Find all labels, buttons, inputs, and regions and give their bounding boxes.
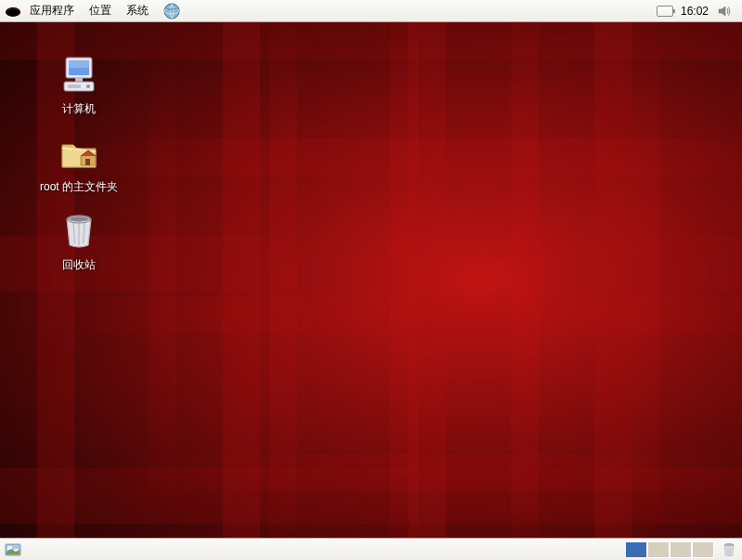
workspace-4[interactable] [692,541,714,558]
show-desktop-icon[interactable] [4,540,22,559]
desktop-icon-label: 回收站 [59,256,98,274]
top-panel: 应用程序 位置 系统 16:02 [0,0,742,22]
desktop-icon-home[interactable]: root 的主文件夹 [23,130,135,196]
applications-menu[interactable]: 应用程序 [22,1,82,20]
desktop-icon-computer[interactable]: 计算机 [23,52,135,118]
desktop-icon-label: root 的主文件夹 [37,178,121,196]
home-folder-icon [57,130,101,175]
battery-icon[interactable] [657,6,673,17]
clock[interactable]: 16:02 [681,5,709,18]
workspace-2[interactable] [647,541,670,558]
places-menu[interactable]: 位置 [82,1,119,20]
browser-launcher-icon[interactable] [162,1,182,21]
workspace-3[interactable] [670,541,692,558]
desktop-icon-trash[interactable]: 回收站 [23,208,135,274]
workspace-switcher [625,541,714,558]
svg-rect-8 [68,85,81,88]
top-panel-right: 16:02 [657,3,738,20]
volume-icon[interactable] [716,3,733,20]
svg-rect-10 [85,159,90,165]
system-menu[interactable]: 系统 [119,1,156,20]
workspace-1[interactable] [625,541,647,558]
computer-icon [57,52,101,97]
redhat-logo-icon[interactable] [4,2,22,20]
trash-icon [57,208,101,253]
desktop[interactable]: 计算机 root 的主文件夹 [0,22,742,538]
svg-rect-5 [69,60,89,68]
top-panel-left: 应用程序 位置 系统 [4,1,182,21]
svg-point-16 [70,217,88,222]
bottom-panel [0,538,742,560]
svg-rect-6 [75,78,83,82]
svg-point-9 [86,85,90,88]
desktop-icon-label: 计算机 [59,100,98,118]
trash-applet-icon[interactable] [720,540,738,559]
svg-point-1 [164,4,179,19]
